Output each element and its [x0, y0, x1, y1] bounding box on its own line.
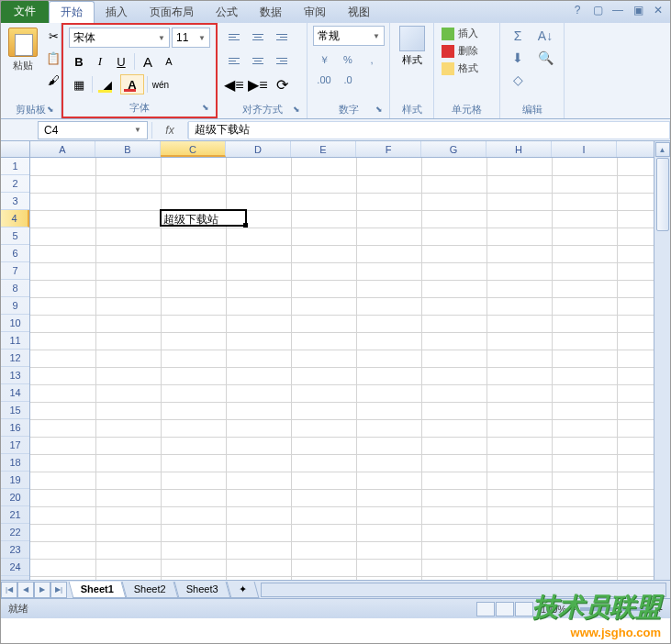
- find-button[interactable]: 🔍: [533, 48, 557, 68]
- zoom-thumb[interactable]: [615, 604, 621, 615]
- decrease-decimal-button[interactable]: .0: [337, 70, 359, 90]
- column-header-B[interactable]: B: [95, 141, 161, 157]
- align-right-button[interactable]: [271, 50, 293, 72]
- row-header-22[interactable]: 22: [1, 524, 29, 541]
- row-header-18[interactable]: 18: [1, 454, 29, 472]
- horizontal-scrollbar[interactable]: [261, 583, 666, 597]
- autosum-button[interactable]: Σ: [506, 26, 530, 46]
- row-header-24[interactable]: 24: [1, 559, 29, 576]
- italic-button[interactable]: I: [90, 51, 110, 72]
- font-dialog-launcher[interactable]: ⬊: [202, 103, 213, 114]
- row-header-6[interactable]: 6: [1, 245, 29, 262]
- styles-button[interactable]: 样式: [396, 26, 428, 67]
- row-header-11[interactable]: 11: [1, 332, 29, 350]
- column-header-H[interactable]: H: [486, 141, 552, 157]
- zoom-slider[interactable]: [580, 607, 654, 611]
- border-button[interactable]: ▦: [69, 74, 89, 94]
- row-header-16[interactable]: 16: [1, 419, 29, 437]
- row-header-23[interactable]: 23: [1, 541, 29, 559]
- clear-button[interactable]: ◇: [506, 70, 530, 90]
- new-sheet-button[interactable]: ✦: [226, 582, 259, 598]
- page-break-view-button[interactable]: [515, 602, 533, 616]
- tab-insert[interactable]: 插入: [95, 2, 139, 23]
- first-sheet-button[interactable]: |◀: [1, 582, 17, 598]
- page-layout-view-button[interactable]: [496, 602, 514, 616]
- minimize-ribbon-icon[interactable]: ▢: [591, 4, 604, 17]
- normal-view-button[interactable]: [476, 602, 495, 616]
- delete-cells-button[interactable]: 删除: [440, 43, 494, 59]
- zoom-in-button[interactable]: +: [657, 604, 663, 615]
- format-painter-button[interactable]: 🖌: [43, 70, 63, 90]
- indent-increase-button[interactable]: ▶≡: [247, 73, 269, 95]
- row-header-2[interactable]: 2: [1, 175, 29, 193]
- copy-button[interactable]: 📋: [43, 48, 63, 68]
- tab-page-layout[interactable]: 页面布局: [139, 2, 205, 23]
- fill-color-button[interactable]: ◢: [95, 74, 119, 94]
- fill-button[interactable]: ⬇: [506, 48, 530, 68]
- tab-data[interactable]: 数据: [249, 2, 293, 23]
- active-cell[interactable]: 超级下载站: [160, 209, 247, 227]
- row-header-17[interactable]: 17: [1, 437, 29, 454]
- minimize-icon[interactable]: —: [611, 4, 624, 17]
- font-color-button[interactable]: A: [120, 74, 144, 94]
- number-dialog-launcher[interactable]: ⬊: [375, 105, 386, 116]
- tab-file[interactable]: 文件: [1, 0, 49, 23]
- select-all-corner[interactable]: [1, 141, 30, 158]
- column-header-A[interactable]: A: [30, 141, 95, 157]
- tab-home[interactable]: 开始: [49, 1, 95, 23]
- phonetic-button[interactable]: wén: [151, 74, 171, 94]
- sheet-tab-Sheet2[interactable]: Sheet2: [122, 582, 179, 598]
- sheet-tab-Sheet1[interactable]: Sheet1: [69, 582, 127, 598]
- formula-input[interactable]: 超级下载站: [188, 121, 670, 139]
- align-bottom-button[interactable]: [271, 26, 293, 48]
- column-header-C[interactable]: C: [161, 141, 226, 157]
- close-icon[interactable]: ✕: [652, 4, 665, 17]
- align-center-button[interactable]: [247, 50, 269, 72]
- tab-formula[interactable]: 公式: [205, 2, 249, 23]
- tab-view[interactable]: 视图: [337, 2, 381, 23]
- sort-button[interactable]: A↓: [533, 26, 557, 46]
- column-header-F[interactable]: F: [356, 141, 421, 157]
- align-middle-button[interactable]: [247, 26, 269, 48]
- vertical-scrollbar[interactable]: ▲: [654, 141, 670, 580]
- paste-button[interactable]: 粘贴: [6, 26, 39, 101]
- scroll-thumb[interactable]: [656, 158, 669, 231]
- row-header-1[interactable]: 1: [1, 158, 29, 175]
- cells-area[interactable]: 超级下载站: [30, 158, 654, 580]
- last-sheet-button[interactable]: ▶|: [50, 582, 67, 598]
- percent-button[interactable]: %: [337, 50, 359, 70]
- bold-button[interactable]: B: [69, 51, 89, 72]
- grow-font-button[interactable]: A: [138, 51, 158, 72]
- row-header-8[interactable]: 8: [1, 280, 29, 297]
- row-header-15[interactable]: 15: [1, 402, 29, 419]
- row-header-13[interactable]: 13: [1, 367, 29, 384]
- font-name-select[interactable]: 宋体 ▼: [69, 28, 170, 48]
- insert-cells-button[interactable]: 插入: [440, 26, 494, 41]
- align-dialog-launcher[interactable]: ⬊: [293, 105, 304, 116]
- clipboard-dialog-launcher[interactable]: ⬊: [47, 105, 58, 116]
- row-header-4[interactable]: 4: [1, 210, 29, 228]
- currency-button[interactable]: ￥: [313, 50, 335, 70]
- format-cells-button[interactable]: 格式: [440, 61, 494, 76]
- indent-decrease-button[interactable]: ◀≡: [223, 73, 245, 95]
- row-header-20[interactable]: 20: [1, 489, 29, 506]
- align-top-button[interactable]: [223, 26, 245, 48]
- column-header-E[interactable]: E: [291, 141, 356, 157]
- fx-button[interactable]: fx: [151, 122, 188, 139]
- row-header-7[interactable]: 7: [1, 262, 29, 280]
- column-header-I[interactable]: I: [552, 141, 617, 157]
- column-header-G[interactable]: G: [421, 141, 486, 157]
- row-header-10[interactable]: 10: [1, 315, 29, 332]
- help-icon[interactable]: ?: [571, 4, 584, 17]
- number-format-select[interactable]: 常规 ▼: [313, 26, 385, 46]
- name-box[interactable]: C4 ▼: [38, 121, 148, 139]
- comma-button[interactable]: ,: [361, 50, 383, 70]
- align-left-button[interactable]: [223, 50, 245, 72]
- tab-review[interactable]: 审阅: [293, 2, 337, 23]
- increase-decimal-button[interactable]: .00: [313, 70, 335, 90]
- orientation-button[interactable]: ⟳: [271, 73, 293, 95]
- sheet-tab-Sheet3[interactable]: Sheet3: [174, 582, 231, 598]
- font-size-select[interactable]: 11 ▼: [172, 28, 210, 48]
- restore-icon[interactable]: ▣: [632, 4, 644, 17]
- prev-sheet-button[interactable]: ◀: [17, 582, 34, 598]
